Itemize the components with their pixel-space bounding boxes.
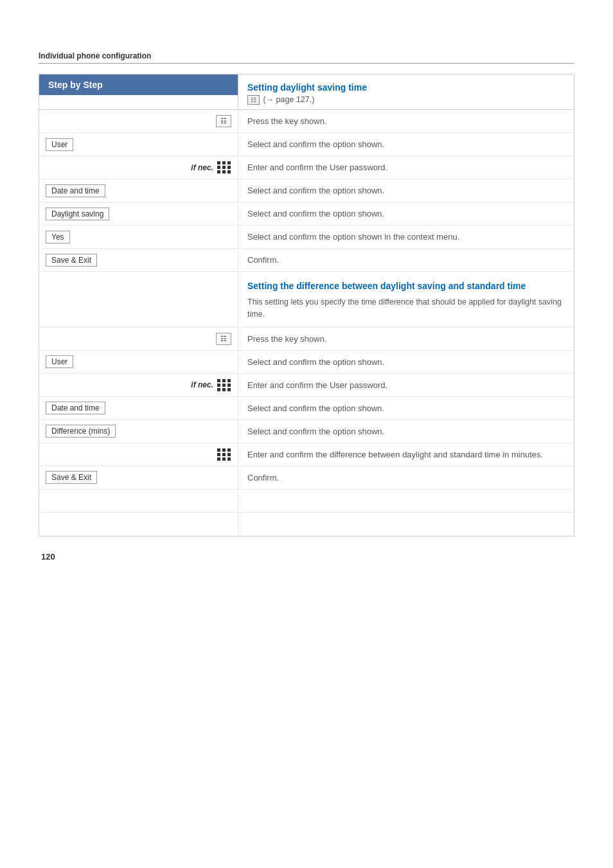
- right-cell-save1: Confirm.: [238, 249, 574, 271]
- step-by-step-header: Step by Step: [39, 75, 238, 95]
- option-datetime2: Date and time: [46, 402, 105, 414]
- table-row: if nec. Enter and confirm the User passw…: [39, 156, 574, 179]
- option-save1: Save & Exit: [46, 254, 97, 267]
- left-cell-key1: ☷: [39, 110, 238, 132]
- page-number: 120: [39, 552, 574, 562]
- keypad-icon1: [217, 161, 231, 173]
- section2-desc: This setting lets you specify the time d…: [238, 294, 574, 327]
- option-difference: Difference (mins): [46, 425, 116, 438]
- left-cell-difference: Difference (mins): [39, 420, 238, 443]
- left-cell-datetime1: Date and time: [39, 179, 238, 202]
- table-row: Enter and confirm the difference between…: [39, 443, 574, 466]
- keypad-icon2: [217, 379, 231, 391]
- left-cell-yes: Yes: [39, 226, 238, 248]
- right-cell-ifnec1: Enter and confirm the User password.: [238, 156, 574, 179]
- section2-title: Setting the difference between daylight …: [238, 272, 574, 294]
- left-cell-datetime2: Date and time: [39, 397, 238, 420]
- if-nec-label1: if nec.: [191, 161, 231, 173]
- option-save2: Save & Exit: [46, 471, 97, 484]
- page: Individual phone configuration Step by S…: [0, 0, 613, 600]
- right-cell-save2: Confirm.: [238, 466, 574, 489]
- right-cell-datetime2: Select and confirm the option shown.: [238, 397, 574, 420]
- option-datetime1: Date and time: [46, 184, 105, 197]
- table-row: if nec. Enter and confirm the User passw…: [39, 374, 574, 397]
- right-cell-user2: Select and confirm the option shown.: [238, 351, 574, 373]
- main-table: ☷ Press the key shown. User Select and c…: [39, 110, 574, 536]
- left-cell-key2: ☷: [39, 328, 238, 350]
- section1-title: Setting daylight saving time: [238, 75, 574, 95]
- table-row: User Select and confirm the option shown…: [39, 351, 574, 374]
- table-row: Date and time Select and confirm the opt…: [39, 397, 574, 420]
- right-column: Setting daylight saving time ☷ (→ page 1…: [238, 75, 574, 109]
- bottom-spacer2: [39, 513, 574, 536]
- table-row: Difference (mins) Select and confirm the…: [39, 420, 574, 443]
- left-cell-save1: Save & Exit: [39, 249, 238, 271]
- table-row: Date and time Select and confirm the opt…: [39, 179, 574, 202]
- table-row: Save & Exit Confirm.: [39, 249, 574, 272]
- right-cell-difference: Select and confirm the option shown.: [238, 420, 574, 443]
- table-row: ☷ Press the key shown.: [39, 328, 574, 351]
- table-row: Daylight saving Select and confirm the o…: [39, 202, 574, 226]
- right-cell-yes: Select and confirm the option shown in t…: [238, 226, 574, 248]
- left-cell-save2: Save & Exit: [39, 466, 238, 489]
- menu-key-icon: ☷: [216, 115, 231, 127]
- section-header: Individual phone configuration: [39, 51, 574, 64]
- step-by-step-container: Step by Step Setting daylight saving tim…: [39, 74, 574, 110]
- left-cell-daylight: Daylight saving: [39, 202, 238, 225]
- option-yes: Yes: [46, 231, 70, 244]
- right-cell-user1: Select and confirm the option shown.: [238, 133, 574, 155]
- spacer-row: Setting the difference between daylight …: [39, 272, 574, 328]
- left-cell-ifnec1: if nec.: [39, 156, 238, 179]
- left-cell-keypad3: [39, 443, 238, 466]
- table-row: Yes Select and confirm the option shown …: [39, 226, 574, 249]
- table-row: User Select and confirm the option shown…: [39, 133, 574, 156]
- right-cell-datetime1: Select and confirm the option shown.: [238, 179, 574, 202]
- left-cell-user1: User: [39, 133, 238, 155]
- table-row: Save & Exit Confirm.: [39, 466, 574, 490]
- option-user2: User: [46, 355, 73, 368]
- menu-key-icon2: ☷: [216, 333, 231, 345]
- menu-icon: ☷: [247, 95, 260, 105]
- section1-ref-text: (→ page 127.): [263, 95, 314, 104]
- option-daylight: Daylight saving: [46, 208, 109, 220]
- right-cell-key1: Press the key shown.: [238, 110, 574, 132]
- section1-ref: ☷ (→ page 127.): [238, 95, 574, 109]
- bottom-spacer1: [39, 490, 574, 513]
- option-user1: User: [46, 138, 73, 151]
- right-cell-daylight: Select and confirm the option shown.: [238, 202, 574, 225]
- right-cell-keypad3: Enter and confirm the difference between…: [238, 443, 574, 466]
- right-cell-key2: Press the key shown.: [238, 328, 574, 350]
- if-nec-label2: if nec.: [191, 379, 231, 391]
- left-column: Step by Step: [39, 75, 238, 109]
- right-cell-ifnec2: Enter and confirm the User password.: [238, 374, 574, 396]
- table-row: ☷ Press the key shown.: [39, 110, 574, 133]
- left-cell-user2: User: [39, 351, 238, 373]
- left-cell-ifnec2: if nec.: [39, 374, 238, 396]
- keypad-icon3: [217, 448, 231, 461]
